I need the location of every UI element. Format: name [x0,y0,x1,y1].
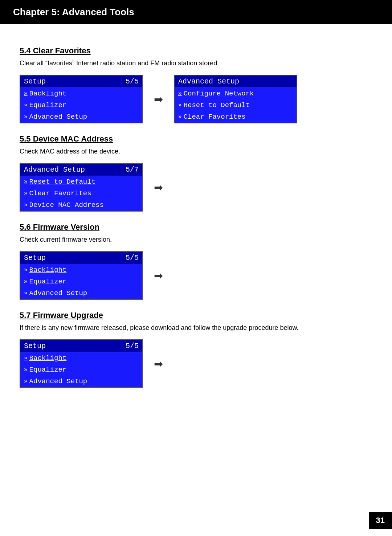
section-54-desc: Clear all “favorites” Internet radio sta… [20,58,372,68]
chevron-icon: » [24,114,28,120]
section-55-left-title: Advanced Setup [24,165,85,174]
section-54: 5.4 Clear Favorites Clear all “favorites… [20,46,372,123]
section-54-right-title-bar: Advanced Setup [175,75,297,88]
lcd-item: » Advanced Setup [20,111,142,123]
arrow-right-icon: ➡ [154,357,163,370]
chevron-icon: » [24,290,28,296]
chapter-title: Chapter 5: Advanced Tools [13,7,134,17]
page-content: 5.4 Clear Favorites Clear all “favorites… [0,24,392,413]
section-56-left-title-bar: Setup 5/5 [20,252,142,264]
section-56-heading: 5.6 Firmware Version [20,222,372,232]
lcd-item: » Backlight [20,352,142,364]
section-56-desc: Check current firmware version. [20,235,372,245]
section-57-left-page: 5/5 [126,342,139,350]
section-54-screen-left: Setup 5/5 » Backlight » Equalizer » Adva… [20,75,143,123]
section-54-left-title: Setup [24,77,46,86]
lcd-item: » Equalizer [20,99,142,111]
lcd-item: » Advanced Setup [20,287,142,299]
lcd-item: » Equalizer [20,364,142,376]
arrow-right-icon: ➡ [154,269,163,282]
section-55-left-title-bar: Advanced Setup 5/7 [20,164,142,176]
section-55: 5.5 Device MAC Address Check MAC address… [20,134,372,212]
lcd-item: » Device MAC Address [20,199,142,211]
section-54-left-title-bar: Setup 5/5 [20,75,142,88]
section-55-left-page: 5/7 [126,165,139,174]
chevron-icon: » [24,102,28,109]
section-54-left-page: 5/5 [126,77,139,86]
chevron-icon: » [24,278,28,285]
section-55-screen-left: Advanced Setup 5/7 » Reset to Default » … [20,163,143,212]
section-57-left-title: Setup [24,342,46,350]
section-56-left-title: Setup [24,254,46,262]
lcd-item: » Equalizer [20,276,142,287]
section-57-screen-left: Setup 5/5 » Backlight » Equalizer » Adva… [20,339,143,388]
section-55-heading: 5.5 Device MAC Address [20,134,372,144]
section-56-screen-left: Setup 5/5 » Backlight » Equalizer » Adva… [20,251,143,300]
section-54-screen-right: Advanced Setup » Configure Network » Res… [174,75,297,123]
arrow-right-icon: ➡ [154,181,163,194]
section-54-screen-row: Setup 5/5 » Backlight » Equalizer » Adva… [20,75,372,123]
chevron-icon: » [24,355,28,361]
chevron-icon: » [178,102,182,109]
chevron-icon: » [24,267,28,273]
section-55-screen-row: Advanced Setup 5/7 » Reset to Default » … [20,163,372,212]
section-57-screen-row: Setup 5/5 » Backlight » Equalizer » Adva… [20,339,372,388]
section-54-right-title: Advanced Setup [178,77,239,86]
lcd-item: » Clear Favorites [175,111,297,123]
chevron-icon: » [24,90,28,97]
lcd-item: » Backlight [20,264,142,276]
chapter-header: Chapter 5: Advanced Tools [0,0,392,24]
lcd-item: » Reset to Default [20,176,142,188]
chevron-icon: » [24,202,28,208]
section-57: 5.7 Firmware Upgrade If there is any new… [20,311,372,388]
section-57-desc: If there is any new firmware released, p… [20,323,372,333]
lcd-item: » Reset to Default [175,99,297,111]
chevron-icon: » [24,378,28,385]
section-57-left-title-bar: Setup 5/5 [20,340,142,352]
chevron-icon: » [24,190,28,197]
chevron-icon: » [178,90,182,97]
section-54-heading: 5.4 Clear Favorites [20,46,372,56]
arrow-right-icon: ➡ [154,93,163,106]
section-56-left-page: 5/5 [126,254,139,262]
lcd-item: » Advanced Setup [20,376,142,387]
lcd-item: » Clear Favorites [20,188,142,199]
section-56: 5.6 Firmware Version Check current firmw… [20,222,372,300]
page-number: 31 [369,512,392,529]
lcd-item: » Configure Network [175,88,297,99]
section-56-screen-row: Setup 5/5 » Backlight » Equalizer » Adva… [20,251,372,300]
lcd-item: » Backlight [20,88,142,99]
chevron-icon: » [178,114,182,120]
section-55-desc: Check MAC address of the device. [20,147,372,156]
chevron-icon: » [24,179,28,185]
chevron-icon: » [24,367,28,373]
section-57-heading: 5.7 Firmware Upgrade [20,311,372,320]
